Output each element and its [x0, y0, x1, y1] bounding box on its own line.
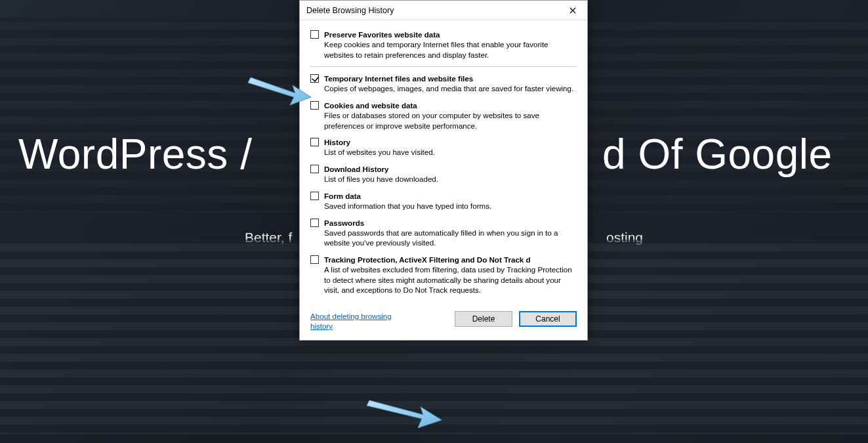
- option-row: Temporary Internet files and website fil…: [310, 74, 577, 94]
- option-label[interactable]: Tracking Protection, ActiveX Filtering a…: [324, 255, 577, 264]
- option-description: Copies of webpages, images, and media th…: [324, 83, 577, 94]
- delete-browsing-history-dialog: Delete Browsing History Preserve Favorit…: [299, 0, 588, 341]
- dialog-footer: About deleting browsing history Delete C…: [300, 308, 587, 340]
- option-description: List of websites you have visited.: [324, 147, 577, 158]
- option-description: Saved passwords that are automatically f…: [324, 228, 577, 248]
- option-row: Preserve Favorites website dataKeep cook…: [310, 30, 577, 60]
- option-label[interactable]: Form data: [324, 191, 577, 201]
- option-description: A list of websites excluded from filteri…: [324, 264, 577, 295]
- option-description: Saved information that you have typed in…: [324, 201, 577, 211]
- delete-button[interactable]: Delete: [455, 311, 512, 327]
- option-label[interactable]: Cookies and website data: [324, 100, 577, 110]
- checkbox[interactable]: [310, 165, 319, 173]
- option-row: Cookies and website dataFiles or databas…: [310, 100, 577, 131]
- option-row: Form dataSaved information that you have…: [310, 191, 577, 211]
- close-button[interactable]: [558, 1, 587, 20]
- dialog-body: Preserve Favorites website dataKeep cook…: [300, 20, 587, 308]
- close-icon: [569, 7, 576, 14]
- option-row: HistoryList of websites you have visited…: [310, 137, 577, 158]
- option-label[interactable]: Temporary Internet files and website fil…: [324, 74, 577, 83]
- dialog-title: Delete Browsing History: [306, 6, 394, 15]
- checkbox[interactable]: [310, 255, 319, 264]
- checkbox[interactable]: [310, 74, 319, 83]
- cancel-button[interactable]: Cancel: [519, 311, 577, 327]
- option-label[interactable]: History: [324, 137, 577, 147]
- page-subheading-right: osting: [606, 230, 643, 245]
- page-heading-right: d Of Google: [602, 130, 833, 179]
- divider: [310, 66, 577, 67]
- option-row: PasswordsSaved passwords that are automa…: [310, 218, 577, 248]
- option-label[interactable]: Preserve Favorites website data: [324, 30, 577, 39]
- checkbox[interactable]: [310, 219, 319, 227]
- dialog-titlebar[interactable]: Delete Browsing History: [300, 1, 587, 20]
- option-description: Files or databases stored on your comput…: [324, 110, 577, 131]
- checkbox[interactable]: [310, 138, 319, 146]
- option-row: Download HistoryList of files you have d…: [310, 164, 577, 184]
- option-label[interactable]: Download History: [324, 164, 577, 174]
- option-label[interactable]: Passwords: [324, 218, 577, 228]
- checkbox[interactable]: [310, 101, 319, 110]
- checkbox[interactable]: [310, 30, 319, 39]
- option-row: Tracking Protection, ActiveX Filtering a…: [310, 255, 577, 295]
- checkbox[interactable]: [310, 192, 319, 200]
- about-deleting-history-link[interactable]: About deleting browsing history: [310, 311, 409, 331]
- page-subheading-left: Better, f: [245, 230, 292, 245]
- option-description: Keep cookies and temporary Internet file…: [324, 39, 577, 60]
- page-heading-left: WordPress /: [18, 130, 252, 179]
- option-description: List of files you have downloaded.: [324, 174, 577, 184]
